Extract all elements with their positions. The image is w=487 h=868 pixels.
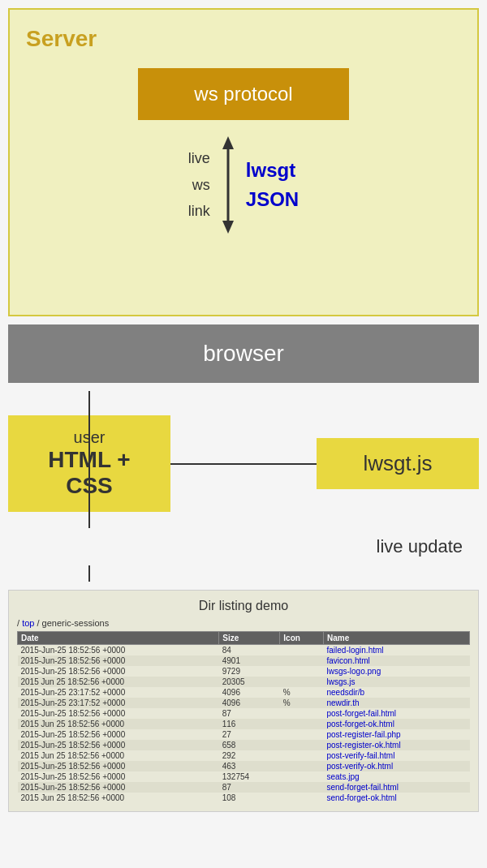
cell-icon (280, 740, 324, 750)
cell-name: post-verify-ok.html (323, 761, 469, 771)
cell-date: 2015-Jun-25 18:52:56 +0000 (18, 771, 219, 782)
table-header-row: Date Size Icon Name (18, 632, 470, 645)
cell-size: 658 (219, 740, 280, 750)
cell-name: needsdir/b (323, 687, 469, 698)
breadcrumb-top-link[interactable]: top (22, 618, 34, 628)
cell-name: post-register-ok.html (323, 740, 469, 750)
cell-size: 27 (219, 729, 280, 740)
server-label: Server (26, 26, 461, 52)
cell-icon: % (280, 687, 324, 698)
cell-name: newdir.th (323, 698, 469, 708)
cell-date: 2015-Jun-25 18:52:56 +0000 (18, 655, 219, 666)
server-section: Server ws protocol live ws link lwsgt (8, 8, 479, 316)
table-row: 2015-Jun-25 18:52:56 +00004901favicon.ht… (18, 655, 470, 666)
cell-icon (280, 793, 324, 803)
file-link[interactable]: send-forget-fail.html (326, 783, 398, 792)
table-row: 2015-Jun-25 18:52:56 +0000132754seats.jp… (18, 771, 470, 782)
cell-date: 2015-Jun-25 18:52:56 +0000 (18, 782, 219, 793)
table-row: 2015-Jun-25 18:52:56 +000084failed-login… (18, 645, 470, 656)
dir-listing-container: Dir listing demo / top / generic-session… (8, 590, 479, 812)
file-link[interactable]: seats.jpg (326, 772, 359, 781)
file-link[interactable]: send-forget-ok.html (326, 793, 396, 802)
file-link[interactable]: post-register-fail.php (326, 730, 400, 739)
table-row: 2015 Jun 25 18:52:56 +0000292post-verify… (18, 750, 470, 761)
file-link[interactable]: lwsgs-logo.png (326, 667, 381, 676)
cell-name: post-forget-ok.html (323, 719, 469, 729)
live-update-label: live update (0, 536, 479, 557)
cell-size: 132754 (219, 771, 280, 782)
ws-protocol-box: ws protocol (138, 68, 349, 120)
json-labels: lwsgt JSON (246, 156, 299, 214)
dir-table-body: 2015-Jun-25 18:52:56 +000084failed-login… (18, 645, 470, 804)
table-row: 2015-Jun-25 23:17:52 +00004096%newdir.th (18, 698, 470, 708)
cell-size: 9729 (219, 666, 280, 677)
table-row: 2015-Jun-25 23:17:52 +00004096%needsdir/… (18, 687, 470, 698)
table-row: 2015-Jun-25 18:52:56 +000027post-registe… (18, 729, 470, 740)
table-row: 2015-Jun-25 18:52:56 +000087send-forget-… (18, 782, 470, 793)
cell-name: post-register-fail.php (323, 729, 469, 740)
file-link[interactable]: favicon.html (326, 656, 369, 665)
file-link[interactable]: post-forget-ok.html (326, 720, 394, 728)
col-date: Date (18, 632, 219, 645)
file-link[interactable]: post-forget-fail.html (326, 709, 396, 718)
cell-name: send-forget-fail.html (323, 782, 469, 793)
cell-name: send-forget-ok.html (323, 793, 469, 803)
cell-date: 2015-Jun-25 18:52:56 +0000 (18, 761, 219, 771)
table-row: 2015-Jun-25 18:52:56 +0000463post-verify… (18, 761, 470, 771)
dir-breadcrumb: / top / generic-sessions (17, 618, 470, 628)
svg-marker-2 (222, 221, 234, 234)
cell-name: seats.jpg (323, 771, 469, 782)
file-link[interactable]: post-verify-fail.html (326, 751, 394, 760)
col-size: Size (219, 632, 280, 645)
cell-icon (280, 645, 324, 656)
file-link[interactable]: lwsgs.js (326, 677, 355, 686)
file-link[interactable]: needsdir/b (326, 688, 364, 697)
json-label: JSON (246, 185, 299, 214)
cell-date: 2015-Jun-25 18:52:56 +0000 (18, 708, 219, 719)
file-link[interactable]: post-verify-ok.html (326, 762, 393, 771)
cell-name: favicon.html (323, 655, 469, 666)
cell-date: 2015-Jun-25 18:52:56 +0000 (18, 645, 219, 656)
cell-size: 463 (219, 761, 280, 771)
col-name: Name (323, 632, 469, 645)
v-connector-below-user (8, 512, 479, 528)
cell-icon (280, 708, 324, 719)
browser-box: browser (8, 324, 479, 383)
cell-icon (280, 750, 324, 761)
cell-date: 2015 Jun 25 18:52:56 +0000 (18, 750, 219, 761)
cell-date: 2015 Jun 25 18:52:56 +0000 (18, 677, 219, 687)
cell-size: 20305 (219, 677, 280, 687)
cell-icon (280, 677, 324, 687)
table-row: 2015 Jun 25 18:52:56 +0000108send-forget… (18, 793, 470, 803)
lwsgt-label: lwsgt (246, 156, 299, 185)
table-row: 2015-Jun-25 18:52:56 +0000658post-regist… (18, 740, 470, 750)
lower-row: user HTML + CSS lwsgt.js (8, 415, 479, 512)
browser-section: browser (8, 324, 479, 383)
link-label: link (188, 198, 210, 224)
cell-icon (280, 719, 324, 729)
cell-date: 2015-Jun-25 18:52:56 +0000 (18, 729, 219, 740)
cell-name: failed-login.html (323, 645, 469, 656)
cell-icon (280, 666, 324, 677)
cell-date: 2015-Jun-25 18:52:56 +0000 (18, 740, 219, 750)
file-link[interactable]: failed-login.html (326, 646, 383, 655)
cell-name: lwsgs.js (323, 677, 469, 687)
table-row: 2015-Jun-25 18:52:56 +000087post-forget-… (18, 708, 470, 719)
page-root: Server ws protocol live ws link lwsgt (0, 8, 487, 812)
cell-size: 116 (219, 719, 280, 729)
file-link[interactable]: newdir.th (326, 698, 359, 707)
lwsgt-box: lwsgt.js (317, 438, 479, 489)
cell-name: lwsgs-logo.png (323, 666, 469, 677)
cell-icon (280, 655, 324, 666)
cell-icon: % (280, 698, 324, 708)
dir-listing-title: Dir listing demo (17, 599, 470, 613)
dir-table: Date Size Icon Name 2015-Jun-25 18:52:56… (17, 631, 470, 803)
breadcrumb-rest: / generic-sessions (34, 618, 109, 628)
cell-date: 2015-Jun-25 23:17:52 +0000 (18, 687, 219, 698)
file-link[interactable]: post-register-ok.html (326, 741, 400, 750)
cell-date: 2015-Jun-25 23:17:52 +0000 (18, 698, 219, 708)
v-connector-browser (8, 391, 479, 415)
cell-name: post-forget-fail.html (323, 708, 469, 719)
svg-marker-1 (222, 136, 234, 149)
cell-size: 4096 (219, 698, 280, 708)
